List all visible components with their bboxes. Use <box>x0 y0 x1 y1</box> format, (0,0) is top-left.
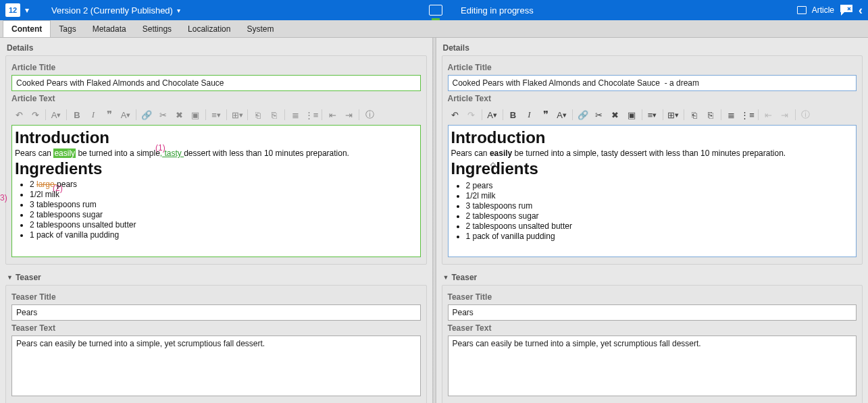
align-icon[interactable]: ≡▾ <box>646 109 659 121</box>
article-type-label: Article <box>812 5 834 15</box>
delete-mark: large <box>36 180 57 189</box>
unlink-icon[interactable]: ✂ <box>157 109 169 121</box>
ingredients-list: 2 large pears 1/2l milk 3 tablespoons ru… <box>30 180 409 240</box>
collapse-right-icon[interactable]: ‹ <box>859 3 863 18</box>
article-title-label: Article Title <box>448 63 857 72</box>
link-icon[interactable]: 🔗 <box>141 109 153 121</box>
quote-icon[interactable]: ❞ <box>540 109 552 121</box>
save-icon[interactable] <box>797 6 807 14</box>
bold-icon[interactable]: B <box>71 109 83 121</box>
unlink-icon[interactable]: ✂ <box>593 109 605 121</box>
ingredients-heading: Ingredients <box>451 159 846 178</box>
comments-icon[interactable] <box>840 4 853 16</box>
list-item: 2 tablespoons unsalted butter <box>30 220 409 230</box>
details-group: Article Title Article Text ↶ ↷ A▾ B I ❞ … <box>5 55 427 265</box>
row-before-icon[interactable]: ⎗ <box>688 109 700 121</box>
clear-format-icon[interactable]: ✖ <box>609 109 621 121</box>
intro-paragraph: Pears can easily be turned into a simple… <box>451 149 846 158</box>
list-item: 2 tablespoons sugar <box>466 211 846 221</box>
details-header: Details <box>5 41 427 55</box>
tab-metadata[interactable]: Metadata <box>84 21 134 37</box>
teaser-title-input[interactable] <box>11 304 421 321</box>
ol-icon[interactable]: ≣ <box>725 109 738 121</box>
annotation-3: (3) <box>0 193 7 203</box>
font-icon[interactable]: A▾ <box>50 109 62 121</box>
teaser-text-input[interactable]: Pears can easily be turned into a simple… <box>448 335 857 396</box>
clear-format-icon[interactable]: ✖ <box>173 109 185 121</box>
image-icon[interactable]: ▣ <box>626 109 638 121</box>
outdent-icon[interactable]: ⇤ <box>326 109 338 121</box>
list-item: 1 pack of vanilla pudding <box>466 232 846 241</box>
left-pane: Details Article Title Article Text ↶ ↷ A… <box>0 38 432 403</box>
italic-icon[interactable]: I <box>87 109 99 121</box>
teaser-title-input[interactable] <box>448 304 857 321</box>
redo-icon[interactable]: ↷ <box>465 109 478 121</box>
row-after-icon[interactable]: ⎘ <box>705 109 717 121</box>
editor-content[interactable]: Introduction Pears can easily be turned … <box>449 126 857 257</box>
table-icon[interactable]: ⊞▾ <box>667 109 680 121</box>
list-item: 2 pears <box>466 181 846 190</box>
ingredients-list: 2 pears 1/2l milk 3 tablespoons rum 2 ta… <box>466 181 846 241</box>
ul-icon[interactable]: ⋮≡ <box>305 109 317 121</box>
link-icon[interactable]: 🔗 <box>577 109 589 121</box>
version-label[interactable]: Version 2 (Currently Published) <box>51 5 173 16</box>
teaser-section-toggle[interactable]: ▼ Teaser <box>5 269 427 285</box>
teaser-section-toggle[interactable]: ▼ Teaser <box>442 269 863 285</box>
article-title-input[interactable] <box>448 75 857 91</box>
article-title-label: Article Title <box>11 63 421 72</box>
details-header: Details <box>442 41 863 55</box>
outdent-icon[interactable]: ⇤ <box>763 109 775 121</box>
align-icon[interactable]: ≡▾ <box>210 109 222 121</box>
compare-icon[interactable] <box>426 0 446 20</box>
editor-content[interactable]: Introduction Pears can easily be turned … <box>12 126 420 257</box>
list-item: 2 tablespoons sugar <box>30 210 409 219</box>
editor-area[interactable]: Introduction Pears can easily be turned … <box>448 125 857 257</box>
row-after-icon[interactable]: ⎘ <box>268 109 280 121</box>
intro-paragraph: Pears can easily be turned into a simple… <box>15 149 409 158</box>
list-item: 1 pack of vanilla pudding <box>30 230 409 240</box>
editor-area[interactable]: (1) (2) Introduction Pears can easily be… <box>11 125 421 257</box>
editor-toolbar: ↶ ↷ A▾ B I ❞ A▾ 🔗 ✂ ✖ ▣ ≡▾ ⊞▾ ⎗ ⎘ <box>11 106 421 125</box>
font-icon[interactable]: A▾ <box>486 109 499 121</box>
quote-icon[interactable]: ❞ <box>103 109 116 121</box>
indent-icon[interactable]: ⇥ <box>342 109 355 121</box>
logo-dropdown-icon[interactable]: ▾ <box>23 5 31 15</box>
version-dropdown-icon[interactable]: ▾ <box>177 7 180 14</box>
editor-toolbar: ↶ ↷ A▾ B I ❞ A▾ 🔗 ✂ ✖ ▣ ≡▾ ⊞▾ ⎗ ⎘ <box>448 106 857 125</box>
bold-icon[interactable]: B <box>507 109 519 121</box>
teaser-text-label: Teaser Text <box>448 323 857 333</box>
article-text-label: Article Text <box>11 94 421 103</box>
info-icon[interactable]: ⓘ <box>363 109 376 121</box>
list-item: 1/2l milk <box>30 190 409 199</box>
article-text-label: Article Text <box>448 94 857 103</box>
app-logo: 12 <box>5 3 20 17</box>
tab-localization[interactable]: Localization <box>180 21 238 37</box>
tab-tags[interactable]: Tags <box>51 21 84 37</box>
intro-heading: Introduction <box>451 128 846 147</box>
undo-icon[interactable]: ↶ <box>449 109 461 121</box>
teaser-text-input[interactable]: Pears can easily be turned into a simple… <box>11 335 421 396</box>
list-item: 3 tablespoons rum <box>30 200 409 209</box>
ul-icon[interactable]: ⋮≡ <box>742 109 754 121</box>
redo-icon[interactable]: ↷ <box>29 109 41 121</box>
undo-icon[interactable]: ↶ <box>13 109 25 121</box>
top-bar: 12 ▾ Version 2 (Currently Published) ▾ E… <box>0 0 868 20</box>
tab-system[interactable]: System <box>238 21 282 37</box>
image-icon[interactable]: ▣ <box>189 109 201 121</box>
tab-settings[interactable]: Settings <box>134 21 180 37</box>
ol-icon[interactable]: ≣ <box>289 109 301 121</box>
text-color-icon[interactable]: A▾ <box>120 109 132 121</box>
row-before-icon[interactable]: ⎗ <box>252 109 264 121</box>
indent-icon[interactable]: ⇥ <box>779 109 791 121</box>
italic-icon[interactable]: I <box>524 109 536 121</box>
info-icon[interactable]: ⓘ <box>800 109 812 121</box>
text-color-icon[interactable]: A▾ <box>556 109 568 121</box>
list-item: 2 large pears <box>30 180 409 189</box>
intro-heading: Introduction <box>15 128 409 147</box>
chevron-down-icon: ▼ <box>7 274 13 281</box>
article-title-input[interactable] <box>11 75 421 91</box>
table-icon[interactable]: ⊞▾ <box>231 109 243 121</box>
chevron-down-icon: ▼ <box>443 274 449 281</box>
tab-content[interactable]: Content <box>3 20 51 37</box>
teaser-group: Teaser Title Teaser Text Pears can easil… <box>442 285 863 403</box>
